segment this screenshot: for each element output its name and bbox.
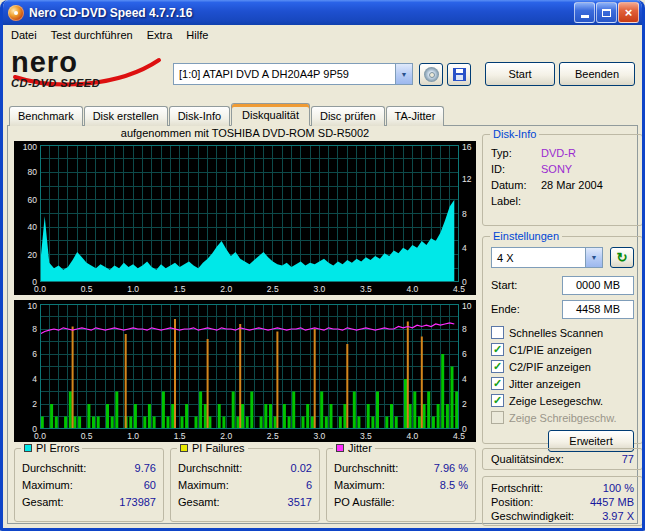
eject-disc-button[interactable] [419,63,443,86]
start-position-input[interactable] [562,276,634,295]
menu-hilfe[interactable]: Hilfe [179,27,215,43]
stats-pi-failures: PI FailuresDurchschnitt:0.02Maximum:6Ges… [170,448,320,522]
disk-info-row-typ: Typ:DVD-R [491,145,634,161]
svg-text:2: 2 [32,399,37,409]
quality-index-value: 77 [622,453,634,465]
disc-icon [424,67,439,82]
tab-diskqualit-t[interactable]: Diskqualität [231,103,310,126]
checkbox-label: C2/PIF anzeigen [509,361,591,373]
checkbox-label: Jitter anzeigen [509,378,581,390]
stat-value: 9.76 [135,462,156,474]
progress-box: Fortschritt:100 %Position:4457 MBGeschwi… [482,476,643,526]
end-position-input[interactable] [562,300,634,319]
checkbox-zeige-lesegeschw[interactable]: ✓Zeige Lesegeschw. [491,392,634,409]
speed-select-value: 4 X [492,248,585,267]
disk-info-label: Typ: [491,147,541,159]
svg-text:6: 6 [462,349,467,359]
checkbox-box [491,411,504,424]
stat-value: 173987 [119,496,156,508]
tab-strip: BenchmarkDisk erstellenDisk-InfoDiskqual… [3,102,642,125]
checkbox-c1-pie-anzeigen[interactable]: ✓C1/PIE anzeigen [491,341,634,358]
stats-group-title: Jitter [348,442,372,454]
speed-select[interactable]: 4 X ▼ [491,247,603,268]
stats-jitter: JitterDurchschnitt:7.96 %Maximum:8.5 %PO… [326,448,476,522]
stat-row: Maximum:6 [178,476,312,493]
minimize-button[interactable] [574,2,595,23]
stat-label: Maximum: [334,479,385,491]
checkbox-label: Zeige Schreibgeschw. [509,412,617,424]
pi-failures-jitter-chart: 024681002468100.00.51.01.52.02.53.03.54.… [14,300,476,442]
nero-logo: nero CD-DVD SPEED [11,47,163,99]
quit-button[interactable]: Beenden [559,62,635,86]
disk-info-row-id: ID:SONY [491,161,634,177]
svg-text:60: 60 [28,195,38,205]
stat-value: 3517 [288,496,312,508]
start-button[interactable]: Start [485,62,555,86]
svg-text:3.5: 3.5 [360,284,372,294]
tab-benchmark[interactable]: Benchmark [9,106,83,126]
checkbox-box: ✓ [491,394,504,407]
progress-label: Geschwindigkeit: [491,510,574,522]
menu-test-durchf-hren[interactable]: Test durchführen [44,27,140,43]
stat-row: Maximum:60 [22,476,156,493]
stat-label: Durchschnitt: [178,462,242,474]
tab-disk-erstellen[interactable]: Disk erstellen [84,106,168,126]
legend-color-icon [336,444,344,452]
svg-text:8: 8 [462,209,467,219]
stats-legend: Jitter [333,442,375,454]
refresh-button[interactable]: ↻ [610,247,634,268]
stat-value: 8.5 % [440,479,468,491]
svg-text:16: 16 [462,142,472,152]
checkbox-box: ✓ [491,377,504,390]
svg-text:0.5: 0.5 [81,284,93,294]
tab-ta-jitter[interactable]: TA-Jitter [386,106,445,126]
close-icon: × [625,6,633,19]
stat-row: PO Ausfälle: [334,493,468,510]
disk-info-value: DVD-R [541,147,576,159]
progress-row-geschwindigkeit: Geschwindigkeit:3.97 X [491,509,634,523]
drive-select[interactable]: [1:0] ATAPI DVD A DH20A4P 9P59 ▼ [173,63,413,85]
tab-disk-info[interactable]: Disk-Info [169,106,230,126]
checkbox-schnelles-scannen[interactable]: Schnelles Scannen [491,324,634,341]
checkbox-label: C1/PIE anzeigen [509,344,592,356]
svg-text:8: 8 [32,324,37,334]
window-title: Nero CD-DVD Speed 4.7.7.16 [29,6,573,20]
settings-title: Einstellungen [490,230,562,242]
menu-datei[interactable]: Datei [4,27,44,43]
checkbox-c2-pif-anzeigen[interactable]: ✓C2/PIF anzeigen [491,358,634,375]
start-position-label: Start: [491,279,517,291]
svg-text:0.0: 0.0 [34,284,46,294]
svg-text:0.0: 0.0 [34,431,46,441]
svg-text:2: 2 [462,399,467,409]
svg-text:80: 80 [28,167,38,177]
progress-label: Position: [491,496,533,508]
svg-text:0.5: 0.5 [81,431,93,441]
chevron-down-icon[interactable]: ▼ [395,64,412,84]
maximize-button[interactable] [596,2,617,23]
stat-value: 0.02 [291,462,312,474]
stats-pi-errors: PI ErrorsDurchschnitt:9.76Maximum:60Gesa… [14,448,164,522]
close-button[interactable]: × [618,2,639,23]
stat-value: 7.96 % [434,462,468,474]
checkbox-jitter-anzeigen[interactable]: ✓Jitter anzeigen [491,375,634,392]
svg-text:2.0: 2.0 [220,431,232,441]
titlebar: Nero CD-DVD Speed 4.7.7.16 × [3,0,642,25]
logo-brand: nero [11,47,163,77]
tab-disc-pr-fen[interactable]: Disc prüfen [311,106,385,126]
checkbox-box: ✓ [491,343,504,356]
svg-text:4.0: 4.0 [407,284,419,294]
save-icon [453,68,466,81]
checkbox-label: Schnelles Scannen [509,327,603,339]
stat-label: Maximum: [22,479,73,491]
disk-info-rows: Typ:DVD-RID:SONYDatum:28 Mar 2004Label: [491,145,634,209]
svg-text:2.5: 2.5 [267,431,279,441]
menu-extra[interactable]: Extra [140,27,180,43]
chevron-down-icon[interactable]: ▼ [585,248,602,267]
svg-text:100: 100 [23,142,37,152]
svg-text:1.5: 1.5 [174,284,186,294]
checkbox-label: Zeige Lesegeschw. [509,395,603,407]
drive-select-value: [1:0] ATAPI DVD A DH20A4P 9P59 [174,64,395,84]
app-window: Nero CD-DVD Speed 4.7.7.16 × DateiTest d… [0,0,645,531]
svg-text:20: 20 [28,250,38,260]
save-results-button[interactable] [447,63,471,86]
